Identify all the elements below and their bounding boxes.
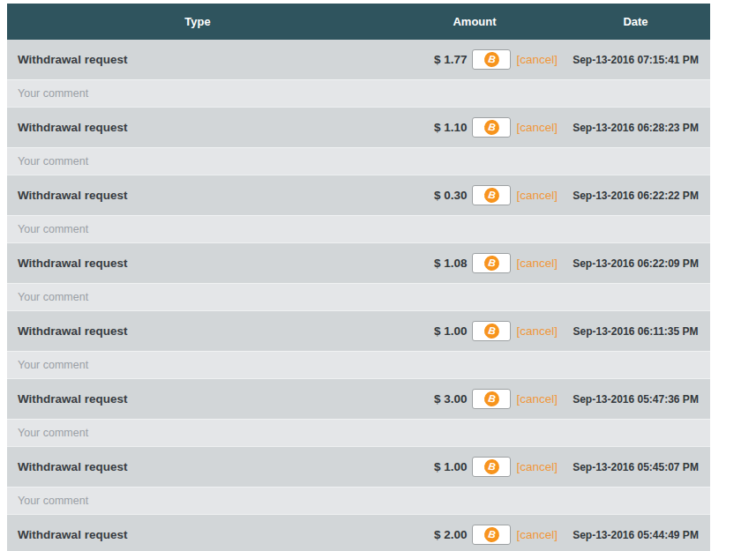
bitcoin-payment-button[interactable]: B — [472, 525, 511, 545]
table-row: Withdrawal request $ 1.77 B [cancel] Sep… — [7, 40, 710, 79]
amount-cell: $ 2.00 B [cancel] — [388, 525, 561, 545]
bitcoin-icon: B — [483, 391, 500, 407]
transaction-date: Sep-13-2016 07:15:41 PM — [561, 54, 710, 66]
bitcoin-icon: B — [483, 119, 500, 136]
amount-value: $ 0.30 — [434, 189, 468, 202]
transaction-date: Sep-13-2016 05:44:49 PM — [561, 529, 710, 541]
comment-row: Your comment — [7, 215, 710, 242]
amount-value: $ 1.00 — [434, 324, 468, 338]
amount-cell: $ 1.00 B [cancel] — [388, 457, 561, 477]
table-row: Withdrawal request $ 1.00 B [cancel] Sep… — [7, 446, 710, 487]
bitcoin-icon: B — [483, 255, 500, 272]
table-row: Withdrawal request $ 3.00 B [cancel] Sep… — [7, 378, 710, 419]
bitcoin-icon: B — [483, 187, 500, 204]
transaction-type-label: Withdrawal request — [7, 53, 388, 66]
bitcoin-payment-button[interactable]: B — [472, 321, 511, 341]
cancel-link[interactable]: [cancel] — [516, 121, 558, 134]
bitcoin-icon: B — [483, 323, 500, 339]
comment-row: Your comment — [7, 487, 710, 514]
transaction-date: Sep-13-2016 05:45:07 PM — [561, 461, 710, 473]
cancel-link[interactable]: [cancel] — [516, 528, 558, 541]
bitcoin-payment-button[interactable]: B — [472, 185, 511, 205]
cancel-link[interactable]: [cancel] — [516, 460, 558, 473]
transaction-date: Sep-13-2016 06:22:22 PM — [561, 190, 710, 202]
cancel-link[interactable]: [cancel] — [516, 189, 558, 202]
bitcoin-payment-button[interactable]: B — [472, 117, 511, 138]
column-header-date: Date — [561, 15, 710, 28]
table-header: Type Amount Date — [7, 4, 710, 40]
amount-cell: $ 1.00 B [cancel] — [388, 321, 561, 341]
bitcoin-icon: B — [483, 51, 500, 68]
amount-value: $ 1.08 — [434, 257, 468, 270]
table-row: Withdrawal request $ 1.08 B [cancel] Sep… — [7, 242, 710, 283]
transaction-date: Sep-13-2016 06:28:23 PM — [561, 122, 710, 134]
bitcoin-icon: B — [483, 526, 500, 543]
bitcoin-payment-button[interactable]: B — [472, 389, 511, 409]
transaction-date: Sep-13-2016 06:22:09 PM — [561, 257, 710, 270]
table-row: Withdrawal request $ 1.10 B [cancel] Sep… — [7, 107, 710, 147]
table-row: Withdrawal request $ 2.00 B [cancel] Sep… — [7, 514, 710, 551]
transaction-type-label: Withdrawal request — [7, 324, 388, 338]
amount-value: $ 1.00 — [434, 460, 468, 473]
transaction-type-label: Withdrawal request — [7, 189, 388, 202]
transaction-type-label: Withdrawal request — [7, 460, 388, 473]
transaction-type-label: Withdrawal request — [7, 528, 388, 541]
table-row: Withdrawal request $ 0.30 B [cancel] Sep… — [7, 175, 710, 215]
cancel-link[interactable]: [cancel] — [516, 392, 558, 406]
transactions-table: Type Amount Date Withdrawal request $ 1.… — [7, 4, 710, 551]
bitcoin-payment-button[interactable]: B — [472, 457, 511, 477]
transaction-type-label: Withdrawal request — [7, 121, 388, 134]
transaction-type-label: Withdrawal request — [7, 392, 388, 406]
column-header-amount: Amount — [388, 15, 561, 28]
column-header-type: Type — [7, 15, 388, 28]
comment-row: Your comment — [7, 283, 710, 310]
comment-placeholder: Your comment — [18, 223, 88, 235]
amount-value: $ 1.10 — [434, 121, 468, 134]
amount-cell: $ 0.30 B [cancel] — [388, 185, 561, 205]
bitcoin-payment-button[interactable]: B — [472, 253, 511, 273]
comment-placeholder: Your comment — [18, 87, 88, 100]
amount-value: $ 3.00 — [434, 392, 468, 406]
amount-cell: $ 1.10 B [cancel] — [388, 117, 561, 138]
cancel-link[interactable]: [cancel] — [516, 257, 558, 270]
comment-row: Your comment — [7, 147, 710, 175]
comment-row: Your comment — [7, 79, 710, 107]
comment-row: Your comment — [7, 419, 710, 446]
table-body: Withdrawal request $ 1.77 B [cancel] Sep… — [7, 40, 710, 551]
table-row: Withdrawal request $ 1.00 B [cancel] Sep… — [7, 310, 710, 351]
bitcoin-payment-button[interactable]: B — [472, 49, 511, 70]
comment-placeholder: Your comment — [18, 495, 88, 507]
amount-cell: $ 1.77 B [cancel] — [388, 49, 561, 70]
cancel-link[interactable]: [cancel] — [516, 53, 558, 66]
amount-cell: $ 3.00 B [cancel] — [388, 389, 561, 409]
comment-placeholder: Your comment — [18, 155, 88, 168]
bitcoin-icon: B — [483, 458, 500, 475]
transaction-type-label: Withdrawal request — [7, 257, 388, 270]
amount-cell: $ 1.08 B [cancel] — [388, 253, 561, 273]
comment-row: Your comment — [7, 351, 710, 378]
comment-placeholder: Your comment — [18, 291, 88, 303]
comment-placeholder: Your comment — [18, 359, 88, 371]
cancel-link[interactable]: [cancel] — [516, 324, 558, 338]
comment-placeholder: Your comment — [18, 427, 88, 439]
transaction-date: Sep-13-2016 05:47:36 PM — [561, 393, 710, 406]
amount-value: $ 1.77 — [434, 53, 468, 66]
amount-value: $ 2.00 — [434, 528, 468, 541]
transaction-date: Sep-13-2016 06:11:35 PM — [561, 325, 710, 338]
